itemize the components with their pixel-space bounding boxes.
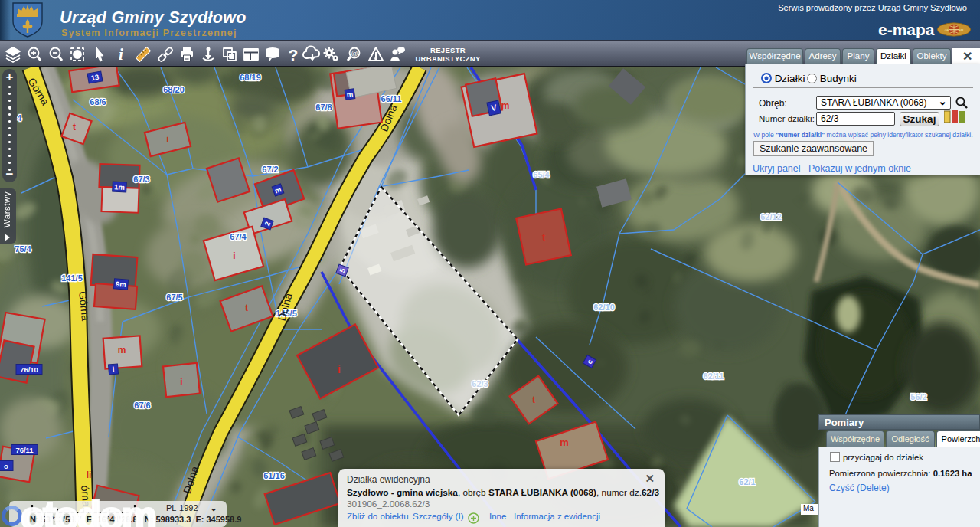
svg-text:i: i xyxy=(338,363,341,375)
svg-text:76/10: 76/10 xyxy=(20,365,38,374)
svg-text:68/6: 68/6 xyxy=(90,97,106,106)
svg-text:76/11: 76/11 xyxy=(15,446,34,454)
svg-text:?: ? xyxy=(289,46,299,64)
svg-text:m: m xyxy=(118,345,126,355)
svg-text:67/3: 67/3 xyxy=(133,175,149,184)
svg-text:62/3: 62/3 xyxy=(472,379,488,388)
svg-text:67/8: 67/8 xyxy=(315,103,332,112)
svg-text:1m: 1m xyxy=(114,182,125,191)
svg-text:62/1: 62/1 xyxy=(739,477,755,486)
svg-text:67/2: 67/2 xyxy=(262,165,278,174)
svg-text:68/20: 68/20 xyxy=(163,85,185,94)
svg-text:m: m xyxy=(346,90,354,99)
svg-text:o: o xyxy=(4,462,8,470)
svg-text:li: li xyxy=(87,470,92,480)
svg-text:t: t xyxy=(245,303,248,313)
svg-text:9m: 9m xyxy=(116,280,127,289)
svg-text:i: i xyxy=(119,45,123,64)
svg-text:i: i xyxy=(180,377,182,388)
svg-text:65/4: 65/4 xyxy=(533,170,550,179)
svg-text:56/2: 56/2 xyxy=(910,392,926,401)
svg-text:141/5: 141/5 xyxy=(61,273,83,283)
svg-text:67/4: 67/4 xyxy=(230,232,247,241)
svg-text:i: i xyxy=(166,134,168,145)
svg-text:62/11: 62/11 xyxy=(704,372,724,381)
svg-text:13: 13 xyxy=(90,73,100,83)
svg-text:62/10: 62/10 xyxy=(593,303,615,312)
svg-text:GEOSYSTEM: GEOSYSTEM xyxy=(945,28,964,32)
svg-text:m: m xyxy=(560,437,569,448)
svg-text:t: t xyxy=(532,394,535,405)
svg-text:68/19: 68/19 xyxy=(240,73,261,82)
svg-text:67/5: 67/5 xyxy=(166,293,182,302)
svg-text:m: m xyxy=(501,100,510,111)
svg-text:t: t xyxy=(542,232,545,243)
svg-text:67/6: 67/6 xyxy=(134,401,150,410)
svg-text:4: 4 xyxy=(17,113,22,123)
svg-text:i: i xyxy=(233,250,235,261)
svg-text:66/11: 66/11 xyxy=(381,94,402,103)
svg-text:75/4: 75/4 xyxy=(15,244,31,254)
svg-text:@: @ xyxy=(351,50,358,57)
svg-text:62/12: 62/12 xyxy=(760,212,782,221)
svg-text:61/16: 61/16 xyxy=(263,471,285,480)
svg-text:t: t xyxy=(73,122,76,133)
